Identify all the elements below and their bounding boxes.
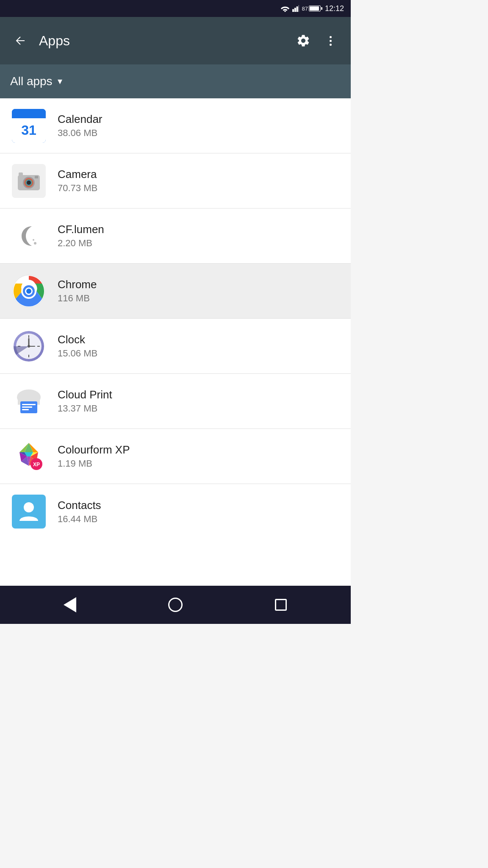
app-bar: Apps xyxy=(0,17,351,64)
list-item[interactable]: CF.lumen 2.20 MB xyxy=(0,209,351,264)
app-size: 15.06 MB xyxy=(58,348,97,359)
app-bar-actions xyxy=(293,31,341,51)
recents-square-icon xyxy=(275,599,287,611)
app-icon-calendar: 31 xyxy=(10,107,47,145)
app-size: 38.06 MB xyxy=(58,128,103,139)
app-info-cflumen: CF.lumen 2.20 MB xyxy=(58,223,104,249)
app-info-contacts: Contacts 16.44 MB xyxy=(58,499,101,525)
app-icon-cloudprint xyxy=(10,383,47,420)
nav-recents-button[interactable] xyxy=(268,592,294,618)
svg-point-19 xyxy=(26,289,31,294)
list-item[interactable]: Clock 15.06 MB xyxy=(0,319,351,374)
svg-marker-4 xyxy=(299,5,299,12)
app-info-chrome: Chrome 116 MB xyxy=(58,278,97,304)
svg-rect-12 xyxy=(35,176,38,178)
app-list: 31 Calendar 38.06 MB xyxy=(0,98,351,586)
svg-marker-1 xyxy=(292,9,294,12)
svg-rect-35 xyxy=(22,406,32,408)
signal-icon xyxy=(292,5,299,12)
svg-rect-11 xyxy=(19,172,23,176)
svg-rect-36 xyxy=(22,409,29,410)
svg-point-0 xyxy=(285,11,286,12)
filter-bar: All apps ▾ xyxy=(0,64,351,98)
app-icon-cflumen xyxy=(10,217,47,255)
status-icons: 87 12:12 xyxy=(280,4,344,13)
app-size: 1.19 MB xyxy=(58,458,130,469)
app-name: Cloud Print xyxy=(58,388,112,401)
app-name: Calendar xyxy=(58,113,103,126)
app-icon-clock xyxy=(10,328,47,365)
app-name: CF.lumen xyxy=(58,223,104,236)
app-icon-colourform: XP xyxy=(10,438,47,475)
bottom-nav-bar xyxy=(0,586,351,624)
wifi-icon xyxy=(280,5,290,12)
svg-point-13 xyxy=(34,242,36,245)
settings-button[interactable] xyxy=(293,31,313,51)
svg-text:XP: XP xyxy=(33,462,40,467)
list-item[interactable]: Camera 70.73 MB xyxy=(0,153,351,209)
status-bar: 87 12:12 xyxy=(0,0,351,17)
app-info-clock: Clock 15.06 MB xyxy=(58,333,97,359)
app-name: Camera xyxy=(58,168,97,181)
status-time: 12:12 xyxy=(325,4,344,13)
filter-label: All apps xyxy=(10,75,53,88)
app-info-calendar: Calendar 38.06 MB xyxy=(58,113,103,139)
list-item[interactable]: Contacts 16.44 MB xyxy=(0,484,351,539)
app-size: 16.44 MB xyxy=(58,514,101,525)
list-item[interactable]: Cloud Print 13.37 MB xyxy=(0,374,351,429)
app-icon-camera xyxy=(10,162,47,200)
app-name: Clock xyxy=(58,333,97,346)
back-triangle-icon xyxy=(64,597,76,612)
svg-marker-2 xyxy=(294,8,296,12)
app-info-cloudprint: Cloud Print 13.37 MB xyxy=(58,388,112,414)
app-size: 2.20 MB xyxy=(58,238,104,249)
app-size: 116 MB xyxy=(58,293,97,304)
app-name: Colourform XP xyxy=(58,443,130,456)
list-item[interactable]: XP Colourform XP 1.19 MB xyxy=(0,429,351,484)
svg-marker-3 xyxy=(297,6,298,12)
list-item[interactable]: Chrome 116 MB xyxy=(0,264,351,319)
home-circle-icon xyxy=(168,598,183,612)
app-name: Chrome xyxy=(58,278,97,291)
app-name: Contacts xyxy=(58,499,101,512)
back-button[interactable] xyxy=(10,31,30,51)
list-item[interactable]: 31 Calendar 38.06 MB xyxy=(0,98,351,153)
page-title: Apps xyxy=(39,33,285,49)
svg-point-10 xyxy=(27,181,31,185)
filter-dropdown[interactable]: All apps ▾ xyxy=(10,75,62,88)
app-info-camera: Camera 70.73 MB xyxy=(58,168,97,194)
svg-point-50 xyxy=(24,502,34,512)
nav-home-button[interactable] xyxy=(163,592,188,618)
svg-point-14 xyxy=(33,239,34,241)
battery-icon: 87 xyxy=(302,6,320,12)
app-info-colourform: Colourform XP 1.19 MB xyxy=(58,443,130,469)
filter-arrow-icon: ▾ xyxy=(58,76,62,87)
more-options-button[interactable] xyxy=(320,31,341,51)
svg-rect-34 xyxy=(22,404,36,405)
nav-back-button[interactable] xyxy=(57,592,83,618)
app-size: 70.73 MB xyxy=(58,183,97,194)
app-size: 13.37 MB xyxy=(58,403,112,414)
app-icon-contacts xyxy=(10,493,47,530)
app-icon-chrome xyxy=(10,273,47,310)
